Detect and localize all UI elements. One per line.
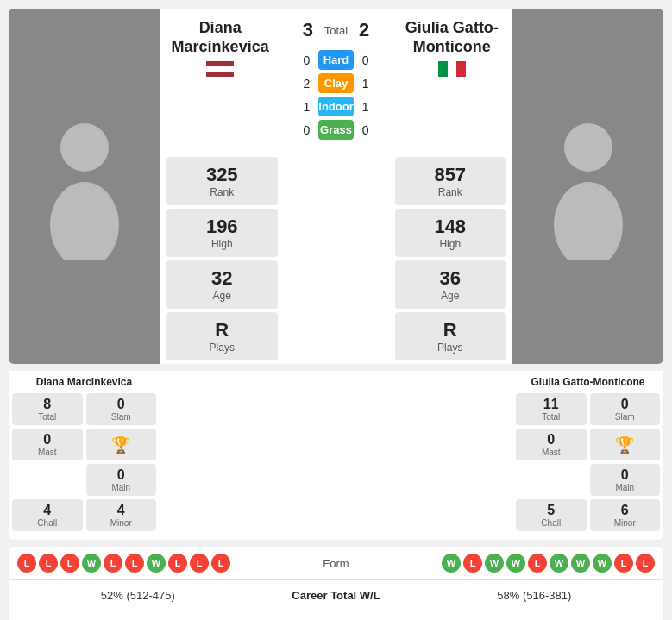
surface-indoor-btn: Indoor — [318, 97, 353, 116]
player1-title-stats: 8 Total 0 Slam 0 Mast 🏆 0 Main — [12, 393, 156, 496]
svg-rect-6 — [448, 61, 456, 77]
player1-name-block: Diana Marcinkevica — [160, 19, 280, 77]
form-badge-l: L — [636, 554, 655, 573]
player2-title-block: Giulia Gatto-Monticone 11 Total 0 Slam 0… — [512, 371, 663, 540]
form-badge-w: W — [485, 554, 504, 573]
total-label: Total — [324, 24, 348, 37]
player2-plays-label: Plays — [437, 341, 462, 354]
surface-row-clay: 2 Clay 1 — [294, 73, 377, 93]
player1-minor-cell: 4 Minor — [86, 499, 157, 531]
player1-stats: 325 Rank 196 High 32 Age R Plays — [160, 153, 285, 364]
form-badge-l: L — [125, 554, 144, 573]
main-container: Diana Marcinkevica 3 — [0, 0, 672, 620]
total-scores: 3 Total 2 0 Hard 0 2 Clay — [280, 19, 391, 148]
surfaces-section: 0 Hard 0 2 Clay 1 1 Indoor 1 — [287, 45, 384, 148]
middle-section: Diana Marcinkevica 3 — [160, 9, 512, 364]
player2-main-cell: 0 Main — [590, 464, 661, 496]
player2-plays-card: R Plays — [395, 312, 506, 360]
svg-point-0 — [60, 123, 109, 172]
player2-minor-lbl: Minor — [614, 518, 636, 528]
player1-main-cell: 0 Main — [86, 464, 157, 496]
player2-age-card: 36 Age — [395, 260, 506, 309]
career-wl-row: 52% (512-475) Career Total W/L 58% (516-… — [9, 580, 663, 611]
player1-photo — [9, 9, 160, 364]
player1-total-cell: 8 Total — [12, 393, 83, 425]
player2-title-name: Giulia Gatto-Monticone — [516, 376, 660, 388]
form-badge-l: L — [211, 554, 230, 573]
player2-trophy-cell: 🏆 — [590, 429, 661, 460]
career-wl-label: Career Total W/L — [259, 589, 414, 602]
player1-total-val: 8 — [43, 397, 51, 412]
player1-slam-lbl: Slam — [111, 412, 131, 422]
player1-chall-val: 4 — [43, 503, 51, 518]
surface-grass-btn: Grass — [318, 120, 353, 140]
player1-main-lbl: Main — [111, 483, 130, 492]
player1-total-lbl: Total — [38, 412, 56, 422]
player2-name: Giulia Gatto- Monticone — [392, 19, 512, 56]
form-badge-l: L — [60, 554, 79, 573]
player2-main-val: 0 — [621, 467, 629, 483]
player1-slam-val: 0 — [117, 397, 125, 412]
player1-trophy-cell: 🏆 — [86, 429, 157, 460]
ytd-wl-row: 28% (10-26) YTD W/L 0% (0-0) — [9, 611, 663, 620]
surface-row-hard: 0 Hard 0 — [294, 50, 377, 70]
player1-name: Diana Marcinkevica — [160, 19, 280, 56]
player2-rank-value: 857 — [434, 164, 466, 186]
svg-rect-4 — [206, 72, 234, 77]
svg-rect-2 — [206, 61, 234, 66]
bottom-section: LLLWLLWLLL Form WLWWLWWWLL 52% (512-475)… — [9, 547, 663, 620]
player1-minor-val: 4 — [117, 503, 125, 518]
player2-age-value: 36 — [440, 267, 461, 290]
player2-total-lbl: Total — [542, 412, 560, 422]
form-badge-w: W — [550, 554, 568, 573]
player2-total-cell: 11 Total — [516, 393, 587, 425]
player1-mast-val: 0 — [43, 432, 51, 448]
player1-age-value: 32 — [211, 267, 232, 290]
player2-minor-cell: 6 Minor — [590, 499, 661, 531]
player1-main-val: 0 — [117, 467, 125, 483]
player2-chall-val: 5 — [547, 503, 555, 518]
player2-plays-value: R — [443, 319, 457, 341]
player2-mast-val: 0 — [547, 432, 555, 448]
svg-rect-7 — [456, 61, 466, 77]
player2-score: 2 — [351, 19, 377, 41]
form-badge-l: L — [614, 554, 633, 573]
player2-high-card: 148 High — [395, 209, 506, 257]
player1-mast-cell: 0 Mast — [12, 429, 83, 460]
player2-trophy-icon: 🏆 — [615, 435, 634, 454]
svg-point-8 — [564, 123, 612, 172]
player1-minor-lbl: Minor — [110, 518, 132, 528]
player2-form: WLWWLWWWLL — [380, 554, 656, 573]
form-badge-l: L — [190, 554, 209, 573]
player1-rank-value: 325 — [206, 164, 238, 186]
player1-trophy-icon: 🏆 — [111, 435, 130, 454]
form-badge-l: L — [17, 554, 36, 573]
spacer — [285, 153, 388, 364]
player2-chall-lbl: Chall — [541, 518, 561, 528]
player-title-row: Diana Marcinkevica 8 Total 0 Slam 0 Mast… — [9, 371, 663, 540]
player2-bottom-stats: 5 Chall 6 Minor — [516, 499, 660, 531]
player1-age-card: 32 Age — [166, 260, 278, 309]
player2-high-label: High — [439, 238, 461, 250]
player2-main-lbl: Main — [615, 483, 634, 492]
player1-form: LLLWLLWLLL — [17, 554, 293, 573]
player1-career-wl: 52% (512-475) — [17, 589, 259, 602]
form-label: Form — [293, 557, 380, 570]
player1-high-value: 196 — [206, 216, 238, 238]
player1-age-label: Age — [213, 290, 231, 302]
player2-mast-lbl: Mast — [542, 448, 561, 457]
player1-flag — [160, 61, 280, 77]
player2-title-stats: 11 Total 0 Slam 0 Mast 🏆 0 Main — [516, 393, 660, 496]
svg-rect-5 — [438, 61, 448, 77]
player2-slam-val: 0 — [621, 397, 629, 412]
player1-title-block: Diana Marcinkevica 8 Total 0 Slam 0 Mast… — [9, 371, 160, 540]
form-badge-l: L — [168, 554, 187, 573]
player2-flag — [392, 61, 512, 77]
player1-plays-value: R — [215, 319, 229, 341]
player2-minor-val: 6 — [621, 503, 629, 518]
form-badge-l: L — [39, 554, 58, 573]
form-badge-w: W — [506, 554, 525, 573]
player1-high-card: 196 High — [166, 209, 278, 257]
player-stats-row: 325 Rank 196 High 32 Age R Plays — [160, 153, 512, 364]
comparison-card: Diana Marcinkevica 3 — [9, 9, 663, 364]
